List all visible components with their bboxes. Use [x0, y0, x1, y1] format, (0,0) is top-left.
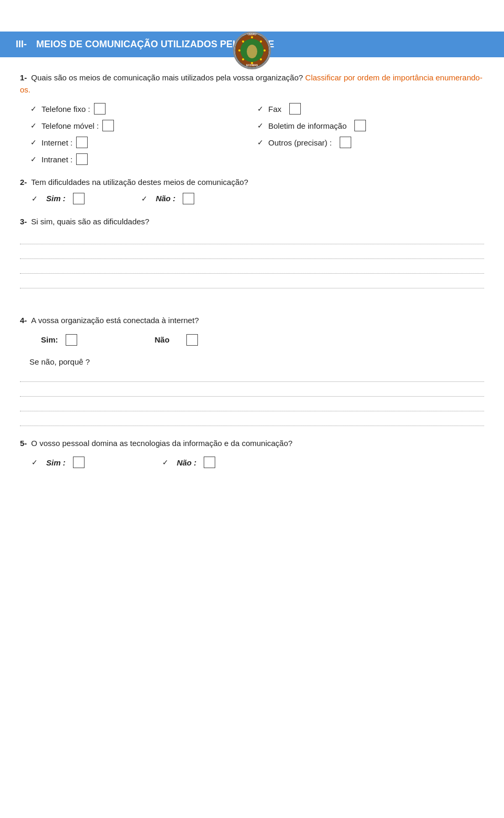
svg-point-6 [260, 58, 262, 60]
checkmark-icon-11: ✓ [162, 458, 169, 467]
q2-num: 2- [20, 178, 27, 187]
checkmark-icon-4: ✓ [30, 155, 37, 163]
svg-text:ECOWAS: ECOWAS [246, 64, 258, 67]
svg-point-9 [238, 49, 240, 51]
q3-dot-lines [20, 233, 484, 288]
q2-text: 2-Tem dificuldades na utilização destes … [20, 177, 484, 189]
q5-sim-box[interactable] [73, 457, 85, 468]
q3-text: 3-Si sim, quais são as dificuldades? [20, 216, 484, 228]
svg-point-4 [260, 40, 262, 43]
check-fax: ✓ Fax [257, 103, 484, 115]
q1-checkboxes: ✓ Telefone fixo : ✓ Telefone móvel : ✓ I… [30, 103, 484, 165]
q4-followup: Se não, porquê ? [29, 357, 484, 366]
question-5: 5-O vosso pessoal domina as tecnologias … [20, 438, 484, 469]
internet-box[interactable] [76, 137, 88, 148]
dot-line-7 [20, 400, 484, 411]
dot-line-5 [20, 370, 484, 382]
svg-point-2 [247, 45, 257, 58]
q5-num: 5- [20, 439, 27, 448]
checkmark-icon-9: ✓ [141, 194, 148, 203]
check-intranet: ✓ Intranet : [30, 153, 257, 165]
svg-text:CEDAO: CEDAO [248, 33, 257, 36]
internet-label: Internet : [41, 138, 72, 147]
checkmark-icon-7: ✓ [257, 138, 264, 147]
checkmark-icon-6: ✓ [257, 121, 264, 130]
fax-label: Fax [268, 105, 281, 113]
q2-sim-label: Sim : [46, 194, 66, 203]
check-right-col: ✓ Fax ✓ Boletim de informação ✓ Outros (… [257, 103, 484, 165]
q5-body: O vosso pessoal domina as tecnologias da… [31, 439, 292, 448]
outros-box[interactable] [340, 137, 351, 148]
svg-point-8 [242, 58, 244, 60]
telefone-movel-box[interactable] [102, 120, 114, 131]
logo-area: ECOWAS CEDAO [233, 32, 271, 69]
q5-nao-label: Não : [177, 458, 197, 467]
telefone-fixo-box[interactable] [94, 103, 106, 115]
content: 1-Quais são os meios de comunicação mais… [0, 72, 504, 468]
q4-sim-label: Sim: [41, 335, 58, 344]
logo-circle: ECOWAS CEDAO [233, 32, 271, 69]
fax-box[interactable] [289, 103, 301, 115]
q4-num: 4- [20, 316, 27, 325]
q4-nao-box[interactable] [186, 334, 198, 346]
q2-nao-box[interactable] [183, 193, 194, 204]
q5-answers: ✓ Sim : ✓ Não : [32, 457, 484, 468]
q1-body: Quais são os meios de comunicação mais u… [31, 73, 303, 82]
check-outros: ✓ Outros (precisar) : [257, 137, 484, 148]
boletim-box[interactable] [354, 120, 366, 131]
checkmark-icon-5: ✓ [257, 105, 264, 113]
check-telefone-fixo: ✓ Telefone fixo : [30, 103, 257, 115]
intranet-label: Intranet : [41, 155, 72, 164]
q2-sim-box[interactable] [73, 193, 85, 204]
outros-label: Outros (precisar) : [268, 138, 332, 147]
q5-nao-box[interactable] [204, 457, 215, 468]
svg-point-3 [251, 36, 253, 38]
q2-answers: ✓ Sim : ✓ Não : [32, 193, 484, 204]
dot-line-3 [20, 262, 484, 274]
checkmark-icon-1: ✓ [30, 105, 37, 113]
q2-body: Tem dificuldades na utilização destes me… [31, 178, 248, 187]
checkmark-icon-8: ✓ [32, 194, 38, 203]
svg-point-10 [242, 40, 244, 43]
q4-answers: Sim: Não [32, 334, 484, 346]
telefone-fixo-label: Telefone fixo : [41, 105, 90, 113]
telefone-movel-label: Telefone móvel : [41, 121, 99, 130]
svg-point-5 [264, 49, 266, 51]
logo-svg: ECOWAS CEDAO [235, 33, 269, 68]
q2-nao-label: Não : [156, 194, 176, 203]
check-telefone-movel: ✓ Telefone móvel : [30, 120, 257, 131]
question-4: 4-A vossa organização está conectada à i… [20, 315, 484, 426]
q1-num: 1- [20, 73, 27, 82]
check-internet: ✓ Internet : [30, 137, 257, 148]
q4-dot-lines [20, 370, 484, 426]
q3-body: Si sim, quais são as dificuldades? [31, 217, 149, 226]
dot-line-1 [20, 233, 484, 244]
q4-nao-label: Não [155, 335, 170, 344]
q4-sim-box[interactable] [66, 334, 77, 346]
section-num: III- [16, 39, 27, 50]
question-2: 2-Tem dificuldades na utilização destes … [20, 177, 484, 204]
dot-line-8 [20, 415, 484, 426]
q1-text: 1-Quais são os meios de comunicação mais… [20, 72, 484, 96]
dot-line-2 [20, 247, 484, 259]
q4-followup-text: Se não, porquê ? [29, 357, 90, 366]
q5-sim-label: Sim : [46, 458, 66, 467]
checkmark-icon-2: ✓ [30, 121, 37, 130]
q5-text: 5-O vosso pessoal domina as tecnologias … [20, 438, 484, 450]
check-left-col: ✓ Telefone fixo : ✓ Telefone móvel : ✓ I… [30, 103, 257, 165]
check-boletim: ✓ Boletim de informação [257, 120, 484, 131]
q3-num: 3- [20, 217, 27, 226]
spacer-1 [20, 300, 484, 315]
checkmark-icon-10: ✓ [32, 458, 38, 467]
page: ECOWAS CEDAO III- MEIOS DE COMUNICAÇÃO U… [0, 32, 504, 818]
dot-line-4 [20, 277, 484, 288]
q4-text: 4-A vossa organização está conectada à i… [20, 315, 484, 327]
checkmark-icon-3: ✓ [30, 138, 37, 147]
dot-line-6 [20, 385, 484, 397]
boletim-label: Boletim de informação [268, 121, 346, 130]
q4-body: A vossa organização está conectada à int… [31, 316, 198, 325]
question-1: 1-Quais são os meios de comunicação mais… [20, 72, 484, 165]
intranet-box[interactable] [76, 153, 88, 165]
question-3: 3-Si sim, quais são as dificuldades? [20, 216, 484, 289]
